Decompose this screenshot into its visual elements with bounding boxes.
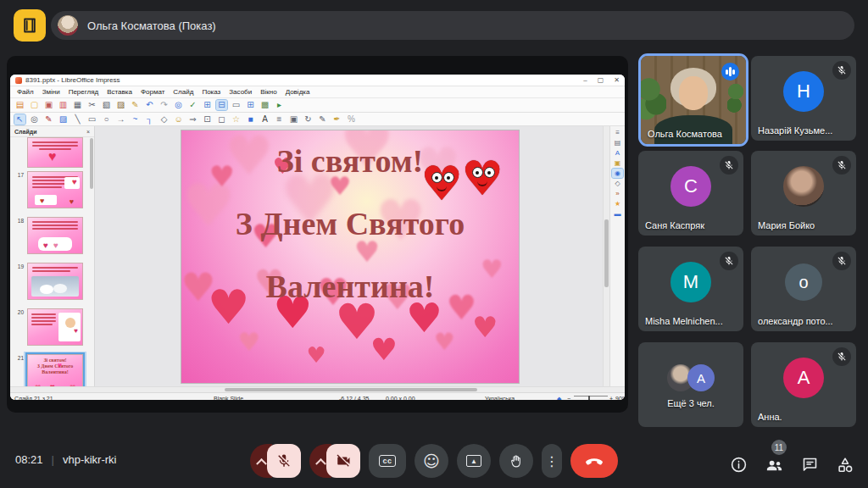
- chat-button[interactable]: [801, 456, 819, 477]
- maximize-button[interactable]: ▢: [598, 75, 604, 86]
- slide-thumbnail[interactable]: ♥ ♥: [27, 217, 83, 254]
- slide-title-line2[interactable]: З Днем Святого: [181, 205, 519, 242]
- reactions-button[interactable]: ☺: [415, 444, 448, 478]
- fill-color-icon[interactable]: ▨: [58, 114, 69, 125]
- camera-toggle-button[interactable]: [326, 444, 360, 478]
- vertical-scrollbar[interactable]: [603, 126, 609, 386]
- star-shapes-icon[interactable]: ☆: [231, 114, 242, 125]
- slide-title-line3[interactable]: Валентина!: [181, 268, 519, 305]
- lines-arrows-icon[interactable]: →: [115, 114, 126, 125]
- mic-toggle-button[interactable]: [267, 444, 301, 478]
- gallery-icon[interactable]: ▣: [612, 158, 623, 168]
- toggle-extrusion-icon[interactable]: %: [346, 114, 357, 125]
- menu-item-7[interactable]: Засоби: [229, 88, 252, 96]
- clone-formatting-icon[interactable]: ✎: [130, 100, 141, 110]
- menu-item-5[interactable]: Слайд: [173, 88, 193, 96]
- zoom-slider-knob[interactable]: [588, 396, 590, 400]
- insert-line-icon[interactable]: ╲: [72, 114, 83, 125]
- captions-button[interactable]: cc: [369, 444, 406, 478]
- select-icon[interactable]: ↖: [14, 114, 25, 125]
- meeting-details-button[interactable]: [730, 456, 748, 477]
- slide-panel[interactable]: Слайди × ♥ 17 ♥ ♥: [10, 126, 95, 386]
- people-button[interactable]: 11: [765, 455, 784, 478]
- classroom-logo[interactable]: [14, 9, 46, 42]
- redo-icon[interactable]: ↷: [159, 100, 170, 110]
- cut-icon[interactable]: ✂: [86, 100, 97, 110]
- menu-item-1[interactable]: Зміни: [42, 88, 60, 96]
- panel-scrollbar[interactable]: [90, 138, 93, 189]
- character-icon[interactable]: A: [612, 148, 623, 158]
- menu-item-9[interactable]: Довідка: [286, 88, 310, 96]
- slide-thumbnail[interactable]: [27, 263, 83, 300]
- 3d-objects-icon[interactable]: ■: [245, 114, 256, 125]
- activities-button[interactable]: [836, 456, 854, 478]
- paste-icon[interactable]: ▨: [115, 100, 126, 110]
- overflow-tile[interactable]: A Ещё 3 чел.: [638, 342, 743, 427]
- horizontal-scrollbar[interactable]: [10, 386, 625, 392]
- menu-item-6[interactable]: Показ: [202, 88, 220, 96]
- ellipse-icon[interactable]: ○: [101, 114, 112, 125]
- find-replace-icon[interactable]: ◎: [173, 100, 184, 110]
- more-options-button[interactable]: ⋮: [542, 444, 562, 478]
- menu-item-2[interactable]: Перегляд: [69, 88, 99, 96]
- current-slide[interactable]: ♥♥♥♥♥♥♥♥♥♥♥♥♥♥♥♥♥♥♥♥♥♥♥♥♥♥ Зі святом! З …: [181, 130, 520, 384]
- menu-item-0[interactable]: Файл: [17, 88, 34, 96]
- menu-item-8[interactable]: Вікно: [260, 88, 276, 96]
- participant-tile-olga[interactable]: Ольга Косматова: [638, 53, 748, 147]
- symbol-shapes-icon[interactable]: ☺: [173, 114, 184, 125]
- participant-tile[interactable]: С Саня Каспряк: [638, 151, 743, 236]
- participant-tile[interactable]: А Анна.: [751, 342, 856, 427]
- end-call-button[interactable]: [570, 444, 618, 478]
- points-icon[interactable]: ✎: [317, 114, 328, 125]
- flowchart-icon[interactable]: ⊡: [202, 114, 213, 125]
- print-icon[interactable]: ▦: [72, 100, 83, 110]
- animation-icon[interactable]: ★: [612, 199, 623, 208]
- zoom-icon[interactable]: ◎: [29, 114, 40, 125]
- participant-tile[interactable]: M Misha Melnichen...: [638, 247, 743, 331]
- shapes-icon[interactable]: ◇: [612, 179, 623, 188]
- navigator-icon[interactable]: ◉: [612, 169, 623, 178]
- display-grid-icon[interactable]: ⊞: [202, 100, 213, 110]
- export-pdf-icon[interactable]: ▥: [58, 100, 69, 110]
- insert-table-icon[interactable]: ⊞: [245, 100, 256, 110]
- line-color-icon[interactable]: ✎: [43, 114, 54, 125]
- undo-icon[interactable]: ↶: [144, 100, 155, 110]
- save-icon[interactable]: ▣: [43, 100, 54, 110]
- start-slideshow-icon[interactable]: ▸: [274, 100, 285, 110]
- master-slides-icon[interactable]: ▬: [612, 209, 623, 219]
- sidebar-settings-icon[interactable]: ≡: [612, 128, 623, 137]
- open-icon[interactable]: ▢: [29, 100, 40, 110]
- zoom-out-icon[interactable]: −: [567, 396, 570, 400]
- window-title-bar[interactable]: 8391.pptx - LibreOffice Impress – ▢ ✕: [10, 75, 625, 86]
- libreoffice-impress-window[interactable]: 8391.pptx - LibreOffice Impress – ▢ ✕ Фа…: [10, 75, 625, 400]
- snap-guides-icon[interactable]: ⊟: [216, 100, 227, 110]
- language-status[interactable]: Українська: [485, 396, 515, 400]
- insert-image-icon[interactable]: ▩: [259, 100, 270, 110]
- slide-thumbnail[interactable]: ♥ ♥ ♥: [27, 171, 83, 208]
- fit-slide-icon[interactable]: ◆: [557, 396, 561, 400]
- slide-thumbnail[interactable]: ♥: [27, 137, 83, 168]
- slide-thumbnail[interactable]: ♥: [27, 308, 83, 346]
- connector-icon[interactable]: ┐: [144, 114, 155, 125]
- callout-shapes-icon[interactable]: ◻: [216, 114, 227, 125]
- rectangle-icon[interactable]: ▭: [86, 114, 97, 125]
- slide-panel-close-icon[interactable]: ×: [86, 129, 90, 135]
- presenter-banner[interactable]: Ольга Косматова (Показ): [51, 11, 854, 40]
- basic-shapes-icon[interactable]: ◇: [159, 114, 170, 125]
- spelling-icon[interactable]: ✓: [187, 100, 198, 110]
- arrange-icon[interactable]: ▣: [288, 114, 299, 125]
- slide-canvas[interactable]: ♥♥♥♥♥♥♥♥♥♥♥♥♥♥♥♥♥♥♥♥♥♥♥♥♥♥ Зі святом! З …: [95, 126, 603, 386]
- menu-item-4[interactable]: Формат: [141, 88, 164, 96]
- align-icon[interactable]: ≡: [274, 114, 285, 125]
- display-views-icon[interactable]: ▭: [231, 100, 242, 110]
- new-document-icon[interactable]: ▤: [14, 100, 25, 110]
- slide-transition-icon[interactable]: »: [612, 189, 623, 198]
- insert-textbox-icon[interactable]: A: [259, 114, 270, 125]
- zoom-in-icon[interactable]: +: [609, 396, 613, 400]
- zoom-level[interactable]: 90%: [615, 396, 625, 400]
- participant-tile[interactable]: Мария Бойко: [751, 151, 856, 236]
- participant-tile[interactable]: Н Назарій Кузьме...: [751, 56, 856, 141]
- close-button[interactable]: ✕: [614, 75, 620, 86]
- zoom-slider[interactable]: [574, 396, 608, 396]
- rotate-icon[interactable]: ↻: [303, 114, 314, 125]
